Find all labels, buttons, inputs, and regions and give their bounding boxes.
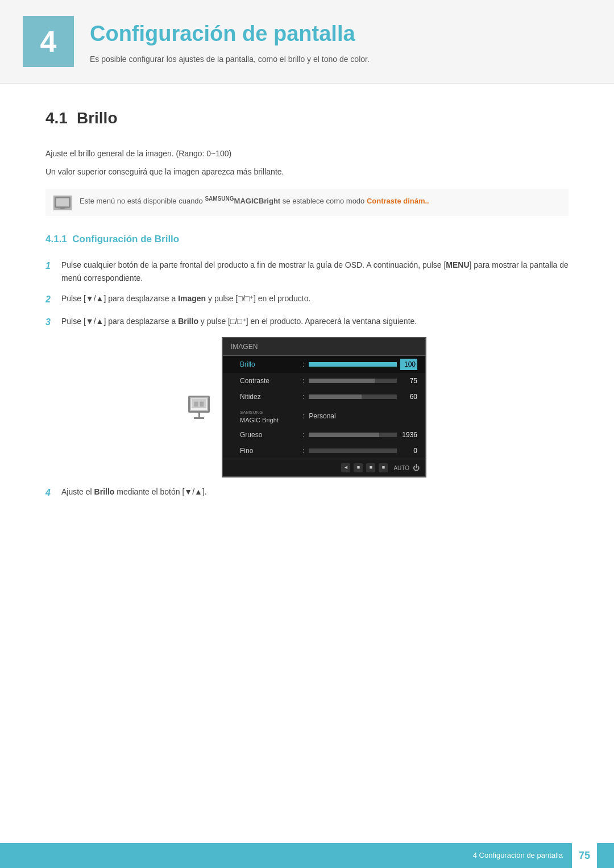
section-41-name: Brillo bbox=[77, 106, 118, 130]
osd-btn-enter: ■ bbox=[366, 463, 375, 472]
osd-bar-fino: 0 bbox=[309, 446, 417, 456]
note-text: Este menú no está disponible cuando SAMS… bbox=[80, 194, 429, 207]
chapter-subtitle: Es posible configurar los ajustes de la … bbox=[90, 53, 370, 65]
osd-bar-grueso: 1936 bbox=[309, 430, 417, 440]
osd-power-btn: ⏻ bbox=[413, 463, 420, 473]
osd-btn-back: ■ bbox=[354, 463, 363, 472]
section-41-desc2: Un valor superior conseguirá que la imag… bbox=[45, 165, 569, 178]
svg-rect-3 bbox=[58, 209, 67, 209]
note-icon bbox=[53, 196, 72, 210]
osd-value-magicbright: Personal bbox=[309, 411, 335, 421]
svg-rect-6 bbox=[194, 402, 198, 406]
step-1: 1 Pulse cualquier botón de la parte fron… bbox=[45, 259, 569, 284]
step-4: 4 Ajuste el Brillo mediante el botón [▼/… bbox=[45, 485, 569, 500]
footer-text: 4 Configuración de pantalla bbox=[473, 850, 563, 861]
svg-rect-1 bbox=[56, 198, 69, 206]
step-1-number: 1 bbox=[45, 259, 55, 273]
step-2-text: Pulse [▼/▲] para desplazarse a Imagen y … bbox=[61, 292, 569, 305]
monitor-icon bbox=[188, 396, 210, 419]
monitor-stand bbox=[198, 413, 200, 417]
osd-row-magicbright: SAMSUNG MAGIC Bright : Personal bbox=[223, 405, 425, 427]
page-footer: 4 Configuración de pantalla 75 bbox=[0, 843, 614, 868]
osd-auto-label: AUTO bbox=[393, 464, 409, 472]
section-41-desc1: Ajuste el brillo general de la imagen. (… bbox=[45, 147, 569, 160]
page-wrapper: 4 Configuración de pantalla Es posible c… bbox=[0, 0, 614, 868]
step-4-text: Ajuste el Brillo mediante el botón [▼/▲]… bbox=[61, 485, 569, 498]
osd-header: IMAGEN bbox=[223, 338, 425, 356]
osd-label-brillo: Brillo bbox=[240, 359, 302, 369]
svg-rect-7 bbox=[200, 402, 204, 406]
step-1-text: Pulse cualquier botón de la parte fronta… bbox=[61, 259, 569, 284]
osd-label-magicbright: SAMSUNG MAGIC Bright bbox=[240, 408, 302, 424]
svg-rect-5 bbox=[192, 399, 206, 408]
osd-row-nitidez: Nitidez : 60 bbox=[223, 389, 425, 405]
chapter-number: 4 bbox=[23, 16, 74, 67]
chapter-title: Configuración de pantalla bbox=[90, 18, 370, 50]
osd-label-nitidez: Nitidez bbox=[240, 392, 302, 402]
content-area: 4.1 Brillo Ajuste el brillo general de l… bbox=[0, 84, 614, 531]
steps-list: 1 Pulse cualquier botón de la parte fron… bbox=[45, 259, 569, 329]
chapter-header-text: Configuración de pantalla Es posible con… bbox=[90, 18, 370, 65]
osd-label-grueso: Grueso bbox=[240, 430, 302, 440]
monitor-screen bbox=[188, 396, 210, 413]
note-box: Este menú no está disponible cuando SAMS… bbox=[45, 189, 569, 216]
osd-diagram-area: IMAGEN Brillo : 100 bbox=[45, 337, 569, 477]
step-3: 3 Pulse [▼/▲] para desplazarse a Brillo … bbox=[45, 315, 569, 330]
footer-page-number: 75 bbox=[572, 843, 597, 868]
svg-rect-2 bbox=[60, 207, 65, 209]
osd-row-grueso: Grueso : 1936 bbox=[223, 427, 425, 443]
osd-btn-left: ◄ bbox=[341, 463, 350, 472]
osd-label-contraste: Contraste bbox=[240, 376, 302, 386]
osd-row-brillo: Brillo : 100 bbox=[223, 356, 425, 373]
osd-body: Brillo : 100 Contraste : bbox=[223, 356, 425, 459]
steps-list-2: 4 Ajuste el Brillo mediante el botón [▼/… bbox=[45, 485, 569, 500]
osd-footer: ◄ ■ ■ ■ AUTO ⏻ bbox=[223, 459, 425, 476]
osd-bar-nitidez: 60 bbox=[309, 392, 417, 402]
chapter-header: 4 Configuración de pantalla Es posible c… bbox=[0, 0, 614, 84]
step-2: 2 Pulse [▼/▲] para desplazarse a Imagen … bbox=[45, 292, 569, 307]
step-2-number: 2 bbox=[45, 292, 55, 307]
step-3-text: Pulse [▼/▲] para desplazarse a Brillo y … bbox=[61, 315, 569, 327]
osd-bar-contraste: 75 bbox=[309, 376, 417, 386]
subsection-411-title: 4.1.1 Configuración de Brillo bbox=[45, 232, 569, 247]
osd-btn-menu: ■ bbox=[379, 463, 388, 472]
osd-diagram: IMAGEN Brillo : 100 bbox=[222, 337, 426, 477]
osd-row-fino: Fino : 0 bbox=[223, 443, 425, 459]
section-41-number: 4.1 bbox=[45, 106, 68, 130]
osd-row-contraste: Contraste : 75 bbox=[223, 373, 425, 389]
section-41-title: 4.1 Brillo bbox=[45, 106, 569, 130]
monitor-base bbox=[194, 417, 204, 419]
osd-label-fino: Fino bbox=[240, 446, 302, 456]
step-3-number: 3 bbox=[45, 315, 55, 330]
osd-bar-brillo: 100 bbox=[309, 359, 417, 370]
step-4-number: 4 bbox=[45, 485, 55, 500]
